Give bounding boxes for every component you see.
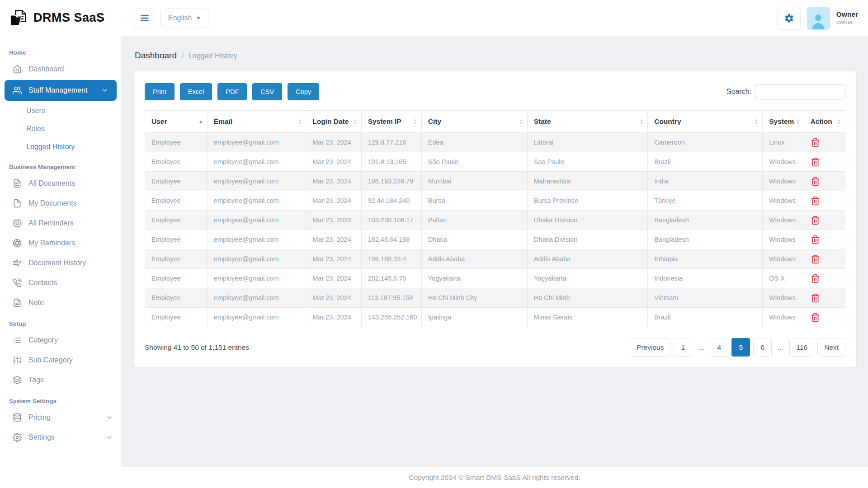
sidebar-item-sub-category[interactable]: Sub Category xyxy=(0,350,121,370)
delete-row-button[interactable] xyxy=(811,177,820,186)
page-button-4[interactable]: 4 xyxy=(710,338,728,357)
sliders-icon xyxy=(13,356,22,365)
sidebar-item-staff-management[interactable]: Staff Management xyxy=(5,80,117,101)
sidebar-item-label: My Reminders xyxy=(28,239,75,247)
language-selector[interactable]: English xyxy=(160,9,208,28)
table-row: Employeeemployee@gmail.comMar 23, 202418… xyxy=(145,230,845,249)
hamburger-menu-icon xyxy=(140,13,150,23)
delete-row-button[interactable] xyxy=(811,157,820,167)
sidebar-item-contacts[interactable]: Contacts xyxy=(0,273,121,293)
delete-row-button[interactable] xyxy=(811,254,820,264)
settings-quick-button[interactable] xyxy=(778,7,801,30)
brand-logo[interactable]: DRMS SaaS xyxy=(0,0,121,36)
pdf-button[interactable]: PDF xyxy=(217,83,247,100)
csv-button[interactable]: CSV xyxy=(252,83,282,100)
cell-user: Employee xyxy=(145,269,208,288)
cell-state: Addis Ababa xyxy=(527,249,647,269)
cell-email: employee@gmail.com xyxy=(207,133,306,152)
sort-icon: ▲▼ xyxy=(354,118,357,125)
column-header-action[interactable]: Action▲▼ xyxy=(804,111,845,133)
cell-user: Employee xyxy=(145,288,208,308)
delete-row-button[interactable] xyxy=(811,235,820,244)
column-header-country[interactable]: Country▲▼ xyxy=(648,111,763,133)
breadcrumb-dashboard-link[interactable]: Dashboard xyxy=(135,51,177,61)
user-role: owner xyxy=(836,19,858,26)
sidebar-item-settings[interactable]: Settings xyxy=(0,427,121,447)
sidebar-subitem-roles[interactable]: Roles xyxy=(0,120,121,138)
sidebar-subitem-logged-history[interactable]: Logged History xyxy=(0,138,121,156)
brand-name: DRMS SaaS xyxy=(33,11,105,25)
cell-email: employee@gmail.com xyxy=(207,230,306,249)
cell-action xyxy=(804,308,845,327)
cell-system_ip: 129.0.77.216 xyxy=(361,133,421,152)
sidebar-item-my-documents[interactable]: My Documents xyxy=(0,193,121,213)
column-header-system_ip[interactable]: System IP▲▼ xyxy=(361,111,421,133)
cell-login_date: Mar 23, 2024 xyxy=(306,172,361,191)
logged-history-table: User▲Email▲▼Login Date▲▼System IP▲▼City▲… xyxy=(145,110,845,327)
column-header-login_date[interactable]: Login Date▲▼ xyxy=(306,111,361,133)
print-button[interactable]: Print xyxy=(145,83,175,100)
sidebar-item-pricing[interactable]: Pricing xyxy=(0,408,121,427)
sidebar-item-label: Tags xyxy=(28,376,44,384)
sidebar-subitem-users[interactable]: Users xyxy=(0,102,121,120)
column-header-email[interactable]: Email▲▼ xyxy=(207,111,306,133)
avatar[interactable] xyxy=(807,7,830,30)
page-button-6[interactable]: 6 xyxy=(753,338,772,357)
cell-system: Windows xyxy=(763,211,804,230)
table-row: Employeeemployee@gmail.comMar 23, 202420… xyxy=(145,269,845,288)
cell-country: India xyxy=(648,172,763,191)
page-button-1[interactable]: 1 xyxy=(674,338,692,357)
cell-action xyxy=(804,249,845,269)
column-header-city[interactable]: City▲▼ xyxy=(421,111,527,133)
breadcrumb: Dashboard / Logged History xyxy=(135,51,856,61)
previous-page-button[interactable]: Previous xyxy=(630,338,670,357)
sidebar-item-note[interactable]: Note xyxy=(0,293,121,313)
cell-login_date: Mar 23, 2024 xyxy=(306,211,361,230)
cell-user: Employee xyxy=(145,133,208,152)
table-toolbar: PrintExcelPDFCSVCopy Search: xyxy=(145,83,845,100)
sidebar-item-tags[interactable]: Tags xyxy=(0,370,121,390)
excel-button[interactable]: Excel xyxy=(180,83,212,100)
delete-row-button[interactable] xyxy=(811,216,820,225)
cell-user: Employee xyxy=(145,249,208,269)
search-input[interactable] xyxy=(755,84,845,99)
column-header-system[interactable]: System▲▼ xyxy=(763,111,804,133)
copy-button[interactable]: Copy xyxy=(288,83,319,100)
cell-city: Dhaka xyxy=(421,230,527,249)
cell-action xyxy=(804,152,845,172)
column-header-state[interactable]: State▲▼ xyxy=(527,111,647,133)
delete-row-button[interactable] xyxy=(811,313,820,322)
column-header-label: User xyxy=(151,117,167,125)
sidebar-item-my-reminders[interactable]: My Reminders xyxy=(0,233,121,253)
delete-row-button[interactable] xyxy=(811,138,820,147)
table-row: Employeeemployee@gmail.comMar 23, 202410… xyxy=(145,211,845,230)
table-row: Employeeemployee@gmail.comMar 23, 202412… xyxy=(145,133,845,152)
cell-system_ip: 103.230.106.17 xyxy=(361,211,421,230)
sidebar-item-category[interactable]: Category xyxy=(0,330,121,350)
cell-email: employee@gmail.com xyxy=(207,152,306,172)
sidebar-toggle-button[interactable] xyxy=(134,9,155,28)
page-button-5[interactable]: 5 xyxy=(731,338,750,357)
next-page-button[interactable]: Next xyxy=(817,338,845,357)
cell-city: Bursa xyxy=(421,191,527,211)
user-meta: Owner owner xyxy=(836,10,858,26)
sidebar-item-all-documents[interactable]: All Documents xyxy=(0,174,121,193)
column-header-label: Login Date xyxy=(312,117,349,125)
cell-email: employee@gmail.com xyxy=(207,269,306,288)
sidebar-item-all-reminders[interactable]: All Reminders xyxy=(0,213,121,233)
cell-system: Linux xyxy=(763,133,804,152)
file-text-icon xyxy=(13,179,22,188)
column-header-user[interactable]: User▲ xyxy=(145,111,208,133)
delete-row-button[interactable] xyxy=(811,274,820,283)
page-button-116[interactable]: 116 xyxy=(789,338,814,357)
cell-state: Littoral xyxy=(527,133,647,152)
cell-email: employee@gmail.com xyxy=(207,211,306,230)
sidebar-item-document-history[interactable]: Document History xyxy=(0,253,121,273)
cell-login_date: Mar 23, 2024 xyxy=(306,249,361,269)
column-header-label: System xyxy=(769,117,794,125)
sidebar-item-dashboard[interactable]: Dashboard xyxy=(0,59,121,79)
delete-row-button[interactable] xyxy=(811,196,820,206)
cell-system: OS X xyxy=(763,269,804,288)
delete-row-button[interactable] xyxy=(811,293,820,303)
sort-icon: ▲▼ xyxy=(519,118,523,125)
